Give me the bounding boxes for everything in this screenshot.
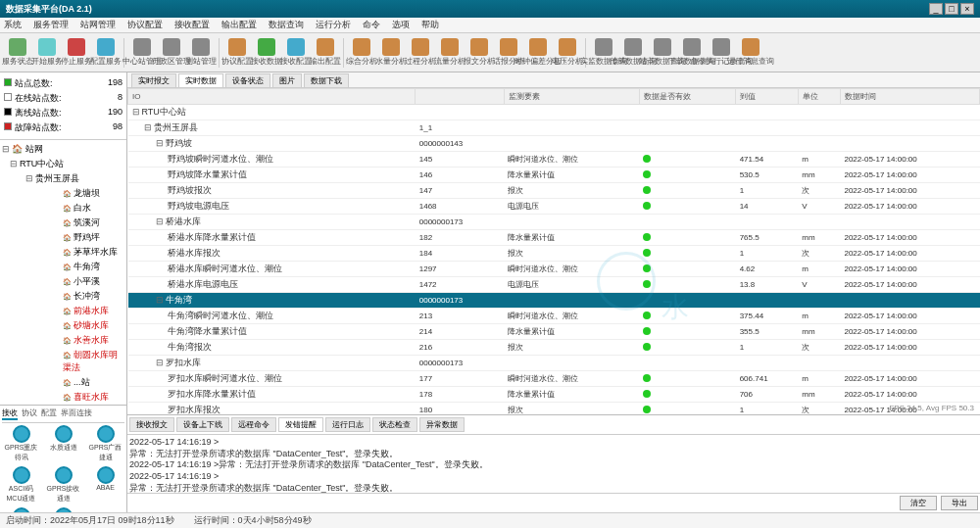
column-header[interactable] [416,89,505,105]
protocol-item[interactable]: GPRS广西捷通 [86,425,124,462]
export-button[interactable]: 导出 [941,496,978,510]
toolbar-button[interactable]: 接收配置 [282,35,310,71]
toolbar-button[interactable]: 水量分析 [377,35,405,71]
protocol-tab[interactable]: 接收 [2,408,18,420]
log-tabs[interactable]: 接收报文设备上下线远程命令发错提醒运行日志状态检查异常数据 [127,415,980,435]
toolbar-button[interactable]: 输出配置 [312,35,339,71]
toolbar-button[interactable]: 开始服务 [33,35,61,71]
column-header[interactable]: 数据是否有效 [639,89,735,105]
tree-leaf[interactable]: 龙塘坝 [49,186,124,201]
table-row[interactable]: 牛角湾0000000173 [128,293,980,309]
table-row[interactable]: 野鸡坡报次147报次1次2022-05-17 14:00:00 [128,183,980,199]
column-header[interactable]: 数据时间 [840,89,979,105]
protocol-tab[interactable]: 界面连接 [61,408,92,420]
table-row[interactable]: 罗扣水库0000000173 [128,356,980,371]
toolbar-button[interactable]: 运行消息查询 [737,35,764,71]
toolbar-button[interactable]: 协议配置 [223,35,251,71]
table-row[interactable]: 贵州玉屏县1_1 [128,120,980,136]
table-row[interactable]: 野鸡坡降水量累计值146降水量累计值530.5mm2022-05-17 14:0… [128,168,980,183]
data-grid[interactable]: IO监测要素数据是否有效到值单位数据时间 RTU中心站贵州玉屏县1_1野鸡坡00… [127,88,980,414]
toolbar-button[interactable]: 电压分析 [554,35,581,71]
column-header[interactable]: 到值 [736,89,799,105]
data-tab[interactable]: 实时数据 [178,73,223,87]
tree-leaf[interactable]: 砂塘水库 [49,318,124,333]
data-tab[interactable]: 设备状态 [225,73,270,87]
menu-item[interactable]: 输出配置 [221,19,257,31]
protocol-item[interactable]: ASCII码MCU通道 [2,466,40,504]
table-row[interactable]: 牛角湾瞬时河道水位、潮位213瞬时河道水位、潮位375.44m2022-05-1… [128,309,980,324]
table-row[interactable]: 野鸡坡瞬时河道水位、潮位145瞬时河道水位、潮位471.54m2022-05-1… [128,152,980,168]
table-row[interactable]: 牛角湾降水量累计值214降水量累计值355.5mm2022-05-17 14:0… [128,324,980,340]
menu-item[interactable]: 命令 [363,19,380,31]
table-row[interactable]: 桥港水库电源电压1472电源电压13.8V2022-05-17 14:00:00 [128,277,980,293]
menu-item[interactable]: 系统 [4,19,22,31]
protocol-item[interactable]: ABAE [86,466,124,504]
table-row[interactable]: RTU中心站 [128,105,980,120]
menu-item[interactable]: 接收配置 [174,19,210,31]
clear-button[interactable]: 清空 [900,496,937,510]
toolbar-button[interactable]: 行政区管理 [158,35,185,71]
column-header[interactable]: 监测要素 [504,89,639,105]
menu-item[interactable]: 数据查询 [269,19,304,31]
data-tab[interactable]: 数据下载 [304,73,349,87]
toolbar-button[interactable]: 测站管理 [187,35,215,71]
protocol-tabs[interactable]: 接收协议配置界面连接 [2,408,124,423]
table-row[interactable]: 罗扣水库降水量累计值178降水量累计值706mm2022-05-17 14:00… [128,387,980,403]
tree-leaf[interactable]: 长冲湾 [49,289,124,304]
toolbar-button[interactable]: 综合分析 [348,35,375,71]
tree-leaf[interactable]: 喜旺水库 [49,390,124,405]
tree-leaf[interactable]: 小平溪 [49,274,124,289]
tree-branch[interactable]: RTU中心站 [10,157,124,171]
data-tab[interactable]: 实时报文 [131,73,176,87]
menu-item[interactable]: 服务管理 [33,19,69,31]
menu-item[interactable]: 运行分析 [316,19,351,31]
table-row[interactable]: 罗扣水库瞬时河道水位、潮位177瞬时河道水位、潮位606.741m2022-05… [128,371,980,387]
column-header[interactable]: IO [128,89,416,105]
protocol-item[interactable]: 水质通道 [44,425,82,462]
tree-leaf[interactable]: 筑溪河 [49,216,124,230]
log-tab[interactable]: 异常数据 [419,417,465,432]
toolbar-button[interactable]: 服务状态 [4,35,31,71]
tree-leaf[interactable]: 水善水库 [49,333,124,348]
menu-item[interactable]: 站网管理 [80,19,116,31]
log-tab[interactable]: 发错提醒 [278,417,323,432]
data-tab[interactable]: 图片 [272,73,302,87]
tree-leaf[interactable]: 牛角湾 [49,260,124,274]
log-tab[interactable]: 接收报文 [129,417,174,432]
protocol-tab[interactable]: 协议 [22,408,37,420]
log-tab[interactable]: 状态检查 [372,417,417,432]
tree-branch[interactable]: 贵州玉屏县 [25,171,124,186]
protocol-item[interactable]: GPRS接收通道 [44,466,82,504]
table-row[interactable]: 桥港水库0000000173 [128,215,980,230]
minimize-button[interactable]: _ [929,3,943,15]
protocol-tab[interactable]: 配置 [41,408,57,420]
tree-root[interactable]: 🏠 站网 [2,142,124,157]
log-tab[interactable]: 设备上下线 [176,417,229,432]
toolbar-button[interactable]: 过程分析 [407,35,434,71]
table-row[interactable]: 桥港水库报次184报次1次2022-05-17 14:00:00 [128,246,980,262]
menu-item[interactable]: 帮助 [421,19,439,31]
log-tab[interactable]: 运行日志 [325,417,370,432]
table-row[interactable]: 野鸡坡电源电压1468电源电压14V2022-05-17 14:00:00 [128,199,980,215]
menu-item[interactable]: 协议配置 [127,19,163,31]
table-row[interactable]: 桥港水库瞬时河道水位、潮位1297瞬时河道水位、潮位4.62m2022-05-1… [128,262,980,277]
table-row[interactable]: 罗扣水库报次180报次1次2022-05-17 14:00:00 [128,403,980,415]
maximize-button[interactable]: □ [945,3,958,15]
table-row[interactable]: 牛角湾报次216报次1次2022-05-17 14:00:00 [128,340,980,356]
toolbar-button[interactable]: 接收数据 [253,35,280,71]
toolbar-button[interactable]: 配置服务 [92,35,120,71]
log-tab[interactable]: 远程命令 [231,417,276,432]
toolbar-button[interactable]: 流量分析 [436,35,464,71]
tree-leaf[interactable]: 前港水库 [49,304,124,318]
tree-leaf[interactable]: 朝圆水库明渠法 [49,348,124,375]
tree-leaf[interactable]: ...站 [49,375,124,390]
station-tree[interactable]: 🏠 站网RTU中心站贵州玉屏县龙塘坝白水筑溪河野鸡坪茅草坪水库牛角湾小平溪长冲湾… [0,140,126,405]
close-button[interactable]: × [960,3,974,15]
data-tabs[interactable]: 实时报文实时数据设备状态图片数据下载 [127,72,980,88]
tree-leaf[interactable]: 野鸡坪 [49,230,124,245]
protocol-item[interactable]: GPRS重庆得讯 [2,425,40,462]
column-header[interactable]: 单位 [798,89,840,105]
log-body[interactable]: 2022-05-17 14:16:19 >异常：无法打开登录所请求的数据库 "D… [127,435,980,493]
table-row[interactable]: 野鸡坡0000000143 [128,136,980,152]
toolbar-button[interactable]: 时钟偏差分析 [524,35,552,71]
